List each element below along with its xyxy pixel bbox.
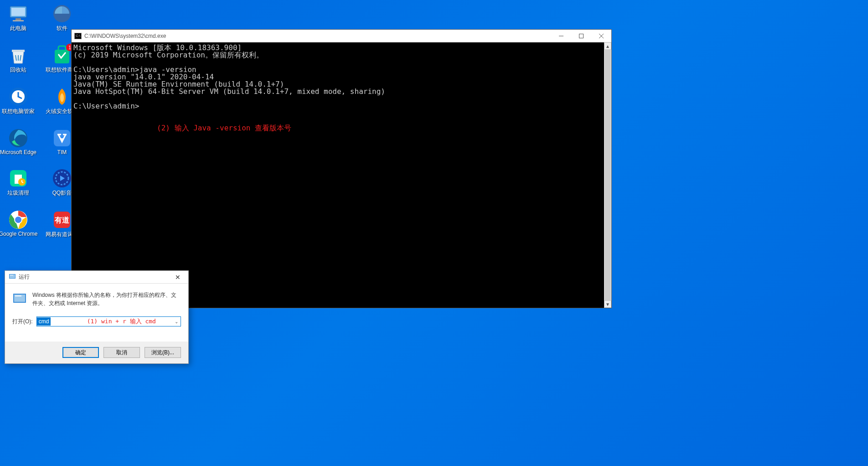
- cmd-titlebar[interactable]: C:\ C:\WINDOWS\system32\cmd.exe: [72, 30, 611, 42]
- scroll-up[interactable]: ▲: [604, 42, 611, 50]
- cmd-body: Microsoft Windows [版本 10.0.18363.900] (c…: [72, 42, 611, 308]
- trash-clean-icon: [8, 168, 28, 188]
- browse-button[interactable]: 浏览(B)...: [145, 347, 181, 358]
- scroll-down[interactable]: ▼: [604, 300, 611, 308]
- svg-rect-30: [15, 295, 21, 296]
- desktop-icon-edge[interactable]: Microsoft Edge: [4, 128, 33, 155]
- desktop-icon-lenovo-manager[interactable]: 联想电脑管家: [4, 87, 33, 115]
- svg-rect-22: [579, 34, 584, 38]
- svg-rect-5: [12, 50, 25, 52]
- ok-button[interactable]: 确定: [62, 347, 99, 358]
- this-pc-icon: [8, 4, 28, 24]
- svg-rect-3: [13, 20, 24, 21]
- cmd-window-title: C:\WINDOWS\system32\cmd.exe: [84, 33, 551, 39]
- desktop-icon-this-pc[interactable]: 此电脑: [4, 4, 33, 32]
- desktop-icon-trash-clean[interactable]: 垃圾清理: [4, 168, 33, 197]
- run-description: Windows 将根据你所输入的名称，为你打开相应的程序、文件夹、文档或 Int…: [32, 291, 181, 307]
- desktop-icons: 此电脑 软件 回收站 1 联想软件商店 联想电脑: [4, 4, 77, 238]
- edge-icon: [8, 128, 28, 148]
- svg-rect-27: [10, 275, 13, 275]
- scroll-thumb[interactable]: [604, 50, 611, 300]
- scroll-track[interactable]: [604, 50, 611, 300]
- chrome-icon: [8, 210, 28, 230]
- run-dialog-title: 运行: [19, 273, 171, 281]
- run-input[interactable]: [37, 317, 51, 326]
- lenovo-manager-icon: [8, 87, 28, 107]
- annotation-2: (2) 输入 Java -version 查看版本号: [157, 124, 291, 132]
- youdao-icon: 有道: [52, 210, 72, 230]
- software-icon: [52, 4, 72, 24]
- cancel-button[interactable]: 取消: [103, 347, 140, 358]
- svg-text:有道: 有道: [54, 216, 70, 224]
- svg-point-18: [15, 217, 21, 223]
- annotation-1: (1) win + r 输入 cmd: [87, 317, 156, 326]
- desktop-icon-chrome[interactable]: Google Chrome: [4, 210, 33, 238]
- run-close-button[interactable]: ✕: [171, 273, 185, 282]
- desktop-icon-recycle-bin[interactable]: 回收站: [4, 45, 33, 74]
- close-button[interactable]: [591, 30, 611, 42]
- qq-player-icon: [52, 168, 72, 188]
- lenovo-store-icon: 1: [52, 45, 72, 65]
- huorong-icon: [52, 87, 72, 107]
- run-titlebar[interactable]: 运行 ✕: [5, 271, 188, 284]
- svg-rect-1: [11, 8, 25, 16]
- run-icon: [9, 273, 16, 282]
- scrollbar[interactable]: ▲ ▼: [604, 42, 611, 308]
- desktop-icon-software[interactable]: 软件: [47, 4, 77, 32]
- cmd-window: C:\ C:\WINDOWS\system32\cmd.exe Microsof…: [71, 29, 612, 308]
- run-open-label: 打开(O):: [12, 318, 33, 326]
- tim-icon: [52, 128, 72, 148]
- cmd-icon: C:\: [74, 33, 82, 39]
- cmd-content[interactable]: Microsoft Windows [版本 10.0.18363.900] (c…: [72, 42, 604, 308]
- minimize-button[interactable]: [551, 30, 571, 42]
- run-input-wrap[interactable]: (1) win + r 输入 cmd ⌄: [36, 316, 181, 326]
- run-button-row: 确定 取消 浏览(B)...: [5, 342, 188, 363]
- dropdown-arrow-icon[interactable]: ⌄: [172, 319, 181, 324]
- run-body-icon: [12, 291, 27, 307]
- run-dialog: 运行 ✕ Windows 将根据你所输入的名称，为你打开相应的程序、文件夹、文档…: [5, 270, 189, 364]
- maximize-button[interactable]: [571, 30, 591, 42]
- svg-rect-2: [16, 18, 21, 20]
- recycle-bin-icon: [8, 45, 28, 65]
